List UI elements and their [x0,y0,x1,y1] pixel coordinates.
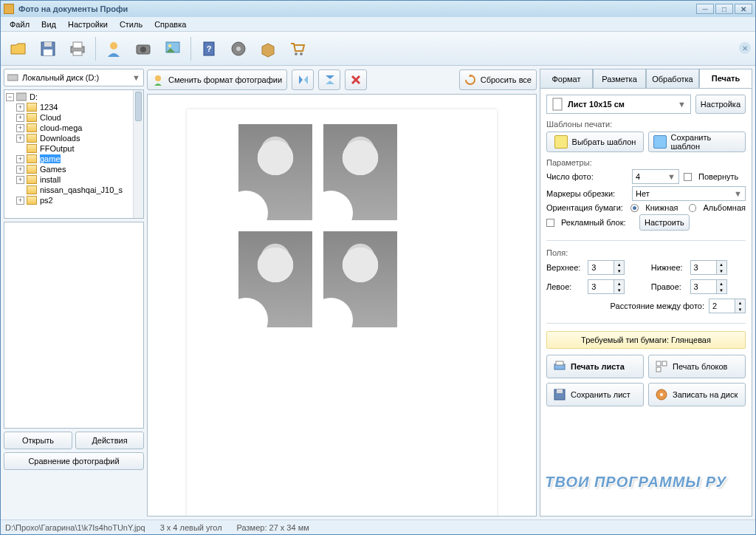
margin-bottom-input[interactable]: 3▲▼ [690,260,727,275]
svg-point-16 [300,52,303,55]
sheet-settings-button[interactable]: Настройка [695,95,746,114]
watermark-text: ТВОИ ПРОГРАММЫ РУ [545,474,726,491]
svg-point-15 [295,52,298,55]
open-icon[interactable] [5,35,32,62]
margin-top-input[interactable]: 3▲▼ [588,260,625,275]
maximize-button[interactable]: □ [715,4,733,14]
print-sheet-button[interactable]: Печать листа [546,355,644,378]
tree-item[interactable]: +cloud-mega [6,123,142,133]
svg-rect-17 [7,75,18,81]
menu-view[interactable]: Вид [35,18,62,30]
statusbar: D:\Прохо\Гагарина\1\k7Is4hoTUnY.jpq 3 x … [1,519,755,534]
ad-block-checkbox[interactable] [546,219,554,227]
print-icon[interactable] [64,35,91,62]
margin-left-input[interactable]: 3▲▼ [588,279,625,294]
folder-icon [27,123,37,132]
flip-h-button[interactable] [292,69,314,90]
print-blocks-button[interactable]: Печать блоков [648,355,746,378]
photo-edit-icon[interactable] [159,35,186,62]
change-format-button[interactable]: Сменить формат фотографии [147,69,287,90]
photo-slot[interactable] [238,231,312,327]
tab-format[interactable]: Формат [540,69,593,88]
camera-icon[interactable] [130,35,157,62]
close-panel-icon[interactable]: ✕ [739,42,751,54]
svg-rect-18 [16,93,27,100]
menu-help[interactable]: Справка [148,18,192,30]
tree-item[interactable]: +game [6,154,142,164]
tree-expander[interactable]: + [16,155,24,163]
crop-markers-select[interactable]: Нет▼ [632,186,746,201]
tree-expander[interactable]: + [16,176,24,184]
tree-expander[interactable]: + [16,114,24,122]
right-panel: Формат Разметка Обработка Печать Лист 10… [540,69,752,517]
tree-item[interactable]: nissan_qashqai_J10_s [6,185,142,195]
tree-expander[interactable]: + [16,124,24,132]
svg-rect-22 [556,361,563,365]
help-icon[interactable]: ? [196,35,222,62]
tree-expander[interactable]: + [16,166,24,174]
video-icon[interactable] [225,35,252,62]
photo-slot[interactable] [323,231,397,327]
app-icon [4,4,14,14]
menu-settings[interactable]: Настройки [62,18,114,30]
margin-right-input[interactable]: 3▲▼ [690,279,727,294]
tree-item[interactable]: +install [6,174,142,185]
save-icon[interactable] [35,35,61,62]
tree-expander[interactable]: + [16,134,24,143]
tab-process[interactable]: Обработка [646,69,699,88]
cart-icon[interactable] [284,35,311,62]
tab-layout[interactable]: Разметка [593,69,646,88]
svg-point-6 [110,42,117,50]
tree-item[interactable]: FFOutput [6,143,142,154]
actions-button[interactable]: Действия [75,432,144,449]
choose-template-button[interactable]: Выбрать шаблон [546,132,644,152]
person-icon[interactable] [100,35,127,62]
paper-sheet [187,109,497,517]
tree-expander[interactable]: + [16,197,24,205]
tree-expander[interactable]: − [6,93,14,101]
rotate-checkbox[interactable] [684,173,692,181]
tree-expander[interactable]: + [16,103,24,112]
ad-settings-button[interactable]: Настроить [639,214,690,231]
close-button[interactable]: ✕ [735,4,752,14]
tree-item[interactable]: +Downloads [6,133,142,143]
status-size: Размер: 27 x 34 мм [237,523,309,532]
menu-style[interactable]: Стиль [114,18,148,30]
save-template-button[interactable]: Сохранить шаблон [648,132,746,152]
folder-tree[interactable]: −D: +1234+Cloud+cloud-mega+DownloadsFFOu… [4,89,144,219]
menu-file[interactable]: Файл [4,18,35,30]
save-sheet-button[interactable]: Сохранить лист [546,383,644,406]
minimize-button[interactable]: ─ [696,4,714,14]
svg-rect-25 [656,367,661,372]
orient-portrait-radio[interactable] [630,204,639,212]
tab-print[interactable]: Печать [699,69,752,88]
photo-slot[interactable] [323,124,397,220]
drive-label: Локальный диск (D:) [22,73,99,82]
tree-item[interactable]: +1234 [6,102,142,112]
tree-item[interactable]: +ps2 [6,195,142,205]
burn-disc-button[interactable]: Записать на диск [648,383,746,406]
open-button[interactable]: Открыть [4,432,72,449]
tree-scrollbar[interactable] [133,90,143,218]
titlebar: Фото на документы Профи ─ □ ✕ [1,1,755,17]
photo-slot[interactable] [238,124,312,220]
sheet-size-combo[interactable]: Лист 10x15 см▼ [546,95,691,114]
flip-v-button[interactable] [318,69,340,90]
scrollbar-thumb[interactable] [135,92,142,121]
folder-icon [27,134,37,143]
reset-button[interactable]: Сбросить все [459,69,537,90]
tree-item[interactable]: +Cloud [6,112,142,123]
box-icon[interactable] [255,35,281,62]
window-title: Фото на документы Профи [18,4,128,13]
center-panel: Сменить формат фотографии Сбросить все [147,69,537,517]
compare-button[interactable]: Сравнение фотографий [4,452,144,470]
tree-item[interactable]: +Games [6,164,142,174]
drive-select[interactable]: Локальный диск (D:) ▼ [4,69,144,86]
orient-landscape-radio[interactable] [689,204,697,212]
status-corner: 3 x 4 левый угол [160,523,222,532]
delete-button[interactable] [345,69,367,90]
photo-gap-input[interactable]: 2▲▼ [709,299,746,313]
print-preview-canvas [147,94,537,517]
photo-count-select[interactable]: 4▼ [632,169,679,184]
print-tab-content: Лист 10x15 см▼ Настройка Шаблоны печати:… [540,88,752,517]
